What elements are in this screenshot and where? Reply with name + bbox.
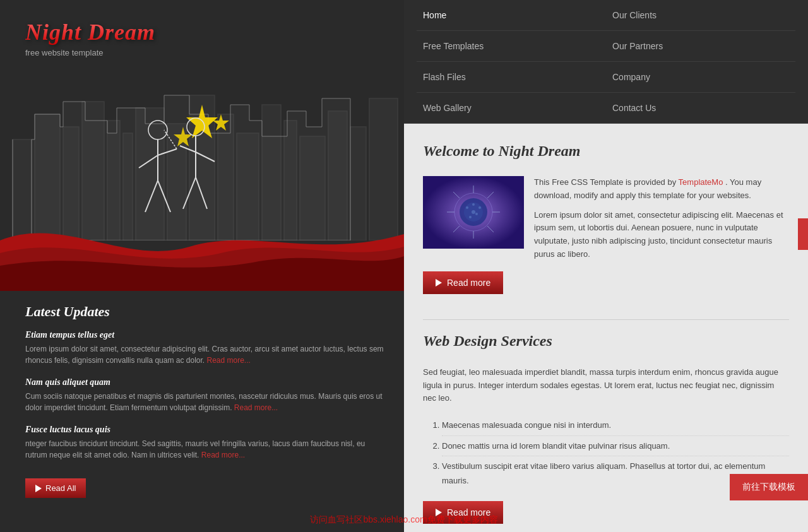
templatemo-link[interactable]: TemplateMo	[679, 177, 723, 187]
svg-point-47	[478, 206, 481, 209]
welcome-image	[423, 176, 524, 249]
update-item-3: Fusce luctus lacus quis nteger faucibus …	[25, 425, 385, 461]
svg-line-32	[164, 130, 177, 149]
welcome-intro-text: This Free CSS Template is provided by Te…	[534, 176, 789, 203]
welcome-content: This Free CSS Template is provided by Te…	[423, 176, 789, 261]
welcome-read-more-button[interactable]: Read more	[423, 271, 503, 294]
welcome-text-block: This Free CSS Template is provided by Te…	[534, 176, 789, 261]
svg-line-30	[183, 177, 196, 209]
svg-point-50	[472, 210, 475, 214]
services-intro-text: Sed feugiat, leo malesuada imperdiet bla…	[423, 366, 789, 405]
logo-area: Night Dream free website template	[0, 0, 404, 64]
nav-column-right: Our Clients Our Partners Company Contact…	[606, 0, 795, 123]
nav-column-left: Home Free Templates Flash Files Web Gall…	[417, 0, 606, 123]
latest-updates-section: Latest Updates Etiam tempus tellus eget …	[0, 291, 404, 511]
list-item-1: Maecenas malesuada congue nisi in interd…	[442, 415, 789, 435]
svg-line-28	[180, 146, 196, 152]
services-title: Web Design Services	[423, 333, 789, 355]
update-item-1: Etiam tempus tellus eget Lorem ipsum dol…	[25, 330, 385, 366]
read-more-link-2[interactable]: Read more...	[234, 403, 278, 412]
svg-point-26	[187, 118, 205, 136]
figures-svg	[114, 111, 240, 237]
play-icon	[35, 485, 42, 492]
read-all-button[interactable]: Read All	[25, 478, 86, 498]
welcome-body-text: Lorem ipsum dolor sit amet, consectetur …	[534, 209, 789, 261]
nav-item-flash-files[interactable]: Flash Files	[417, 62, 606, 93]
svg-line-24	[145, 180, 158, 212]
svg-line-25	[158, 180, 170, 212]
nav-item-our-partners[interactable]: Our Partners	[606, 31, 795, 62]
download-button[interactable]: 前往下载模板	[730, 474, 808, 500]
update-title-1: Etiam tempus tellus eget	[25, 330, 385, 340]
nav-item-free-templates[interactable]: Free Templates	[417, 31, 606, 62]
left-panel: Night Dream free website template	[0, 0, 404, 532]
watermark: 访问血写社区bbs.xiehlao.com免费下载更多内容	[310, 514, 497, 526]
play-icon-welcome	[436, 279, 442, 287]
welcome-image-svg	[423, 176, 524, 249]
svg-line-29	[196, 152, 215, 162]
read-more-link-1[interactable]: Read more...	[206, 356, 250, 365]
nav-item-company[interactable]: Company	[606, 62, 795, 93]
list-item-2: Donec mattis urna id lorem blandit vitae…	[442, 436, 789, 456]
nav-item-home[interactable]: Home	[417, 0, 606, 31]
svg-line-31	[196, 177, 207, 209]
svg-line-23	[158, 149, 177, 155]
hero-illustration	[0, 64, 404, 291]
read-more-link-3[interactable]: Read more...	[201, 451, 245, 459]
update-text-3: nteger faucibus tincidunt tincidunt. Sed…	[25, 438, 385, 461]
latest-updates-title: Latest Updates	[25, 304, 385, 320]
update-item-2: Nam quis aliquet quam Cum sociis natoque…	[25, 377, 385, 413]
svg-point-49	[469, 216, 472, 218]
update-text-2: Cum sociis natoque penatibus et magnis d…	[25, 391, 385, 413]
update-title-2: Nam quis aliquet quam	[25, 377, 385, 387]
svg-point-48	[475, 213, 478, 215]
nav-item-web-gallery[interactable]: Web Gallery	[417, 93, 606, 123]
svg-line-22	[139, 155, 158, 168]
section-divider	[423, 319, 789, 320]
update-title-3: Fusce luctus lacus quis	[25, 425, 385, 435]
content-area: Welcome to Night Dream	[404, 124, 808, 532]
svg-point-45	[466, 206, 468, 209]
nav-item-our-clients[interactable]: Our Clients	[606, 0, 795, 31]
site-subtitle: free website template	[25, 48, 385, 57]
side-accent	[798, 218, 808, 250]
site-title: Night Dream	[25, 19, 385, 45]
right-panel: Home Free Templates Flash Files Web Gall…	[404, 0, 808, 532]
nav-item-contact-us[interactable]: Contact Us	[606, 93, 795, 123]
top-navigation: Home Free Templates Flash Files Web Gall…	[404, 0, 808, 124]
welcome-title: Welcome to Night Dream	[423, 143, 789, 165]
svg-point-46	[472, 203, 475, 206]
update-text-1: Lorem ipsum dolor sit amet, consectetur …	[25, 343, 385, 366]
welcome-section: Welcome to Night Dream	[423, 143, 789, 300]
